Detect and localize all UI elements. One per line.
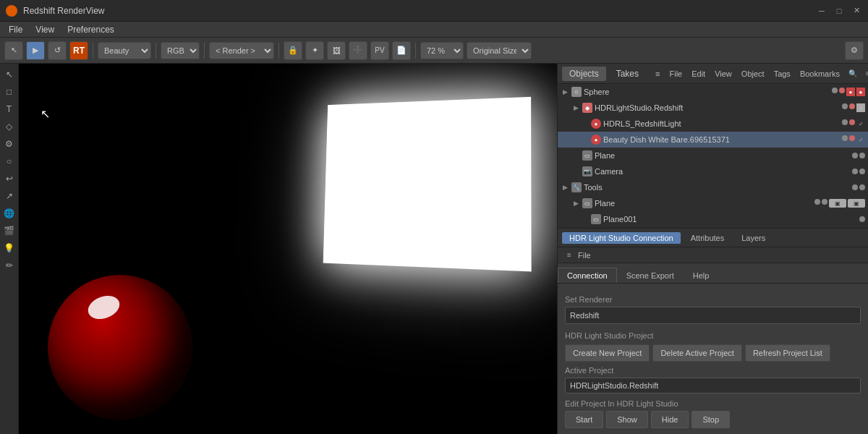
sidebar-icon-circle[interactable]: ○ [1, 153, 17, 169]
object-tree[interactable]: ▶ ○ Sphere ● ● ▶ ◆ HDRLightStudio.Redshi… [558, 84, 868, 229]
sidebar-icon-light[interactable]: 💡 [1, 240, 17, 256]
hdr-panel: HDR Light Studio Connection Attributes L… [558, 229, 868, 434]
project-btn-row: Create New Project Delete Active Project… [565, 344, 861, 362]
maximize-button[interactable]: □ [833, 5, 845, 17]
menu-view[interactable]: View [30, 23, 60, 36]
obj-menu-file[interactable]: File [665, 68, 686, 80]
arrow-plane001 [580, 215, 589, 224]
sidebar-icon-cursor[interactable]: ↖ [1, 67, 17, 82]
tab-layers[interactable]: Layers [734, 232, 773, 244]
tool-lock[interactable]: 🔒 [284, 41, 302, 60]
obj-menu-toggle[interactable]: ≡ [652, 68, 663, 80]
project-section-label: HDR Light Studio Project [565, 331, 861, 340]
icon-plane2: ▭ [582, 198, 592, 208]
tree-row-plane2[interactable]: ▶ ▭ Plane ▣ ▣ [558, 195, 868, 211]
tool-add[interactable]: ➕ [349, 41, 367, 60]
render-select[interactable]: < Render > [209, 42, 274, 59]
minimize-button[interactable]: ─ [816, 5, 827, 17]
sidebar-icon-bezier[interactable]: ◇ [1, 119, 17, 135]
sidebar-icon-camera[interactable]: 🎬 [1, 223, 17, 239]
obj-filter-icon[interactable]: ≡ [861, 67, 868, 80]
sidebar-icon-undo[interactable]: ↩ [1, 171, 17, 187]
main-content: ↖ □ T ◇ ⚙ ○ ↩ ↗ 🌐 🎬 💡 ✏ ↖ [0, 64, 868, 434]
show-button[interactable]: Show [606, 411, 648, 428]
tree-row-camera[interactable]: 📷 Camera [558, 163, 868, 179]
sep5 [415, 43, 416, 59]
icon-rslight: ● [591, 119, 601, 129]
tree-row-hdrlightstudio[interactable]: ▶ ◆ HDRLightStudio.Redshift ✓ [558, 100, 868, 116]
beauty-dot2 [849, 135, 855, 141]
tool-cursor[interactable]: ↖ [4, 41, 23, 60]
sidebar-icon-gear[interactable]: ⚙ [1, 136, 17, 152]
obj-menu-view[interactable]: View [711, 68, 736, 80]
rslight-actions: ✓ [842, 119, 865, 128]
tab-hdr-connection[interactable]: HDR Light Studio Connection [562, 232, 681, 244]
hide-button[interactable]: Hide [651, 411, 689, 428]
obj-menu-bookmarks[interactable]: Bookmarks [796, 68, 843, 80]
softbox-panel [323, 97, 532, 272]
arrow-plane2: ▶ [571, 199, 580, 208]
channel-select[interactable]: RGBRGB [161, 42, 200, 59]
objects-topbar: Objects Takes ≡ File Edit View Object Ta… [558, 64, 868, 84]
beauty-actions: ✓ [842, 135, 865, 144]
start-button[interactable]: Start [565, 411, 603, 428]
tab-connection[interactable]: Connection [558, 268, 617, 283]
sidebar-icon-arrows[interactable]: ↗ [1, 188, 17, 204]
tree-row-plane[interactable]: ▭ Plane [558, 148, 868, 163]
sidebar-icon-cube[interactable]: □ [1, 84, 17, 100]
tree-row-sphere[interactable]: ▶ ○ Sphere ● ● [558, 84, 868, 100]
right-panel: Objects Takes ≡ File Edit View Object Ta… [557, 64, 868, 434]
obj-search-icon[interactable]: 🔍 [846, 67, 859, 80]
menubar: File View Preferences [0, 22, 868, 38]
attr-tabs-bar: HDR Light Studio Connection Attributes L… [558, 229, 868, 247]
tool-pv[interactable]: PV [370, 41, 389, 60]
label-rslight: HDRLS_RedshiftLight [603, 119, 840, 128]
tool-star[interactable]: ✦ [305, 41, 324, 60]
tool-rt[interactable]: RT [69, 41, 88, 60]
menu-file[interactable]: File [3, 23, 28, 36]
hdr-file-label[interactable]: File [578, 251, 591, 260]
sidebar-icon-globe[interactable]: 🌐 [1, 205, 17, 221]
tree-row-hdrlslight[interactable]: ● HDRLS_RedshiftLight ✓ [558, 116, 868, 132]
tab-objects[interactable]: Objects [562, 67, 606, 81]
tool-settings[interactable]: ⚙ [845, 41, 864, 60]
renderer-input[interactable] [565, 307, 861, 324]
menu-preferences[interactable]: Preferences [61, 23, 120, 36]
tool-render[interactable]: ▶ [26, 41, 45, 60]
active-project-label: Active Project [565, 366, 861, 375]
sidebar-icon-text[interactable]: T [1, 101, 17, 117]
sidebar-icon-paint[interactable]: ✏ [1, 258, 17, 273]
rslight-dot1 [842, 119, 848, 125]
obj-menu-object[interactable]: Object [738, 68, 768, 80]
tab-scene-export[interactable]: Scene Export [617, 268, 684, 283]
tool-image[interactable]: 🖼 [327, 41, 346, 60]
plane2-dot2 [822, 199, 827, 205]
zoom-select[interactable]: 72 %50 %100 % [420, 42, 464, 59]
delete-active-project-button[interactable]: Delete Active Project [652, 344, 742, 362]
close-button[interactable]: ✕ [851, 5, 862, 17]
tree-row-plane001[interactable]: ▭ Plane001 [558, 211, 868, 227]
viewport[interactable]: ↖ [19, 64, 557, 434]
tool-doc[interactable]: 📄 [392, 41, 411, 60]
sphere-tag2: ● [856, 88, 865, 96]
arrow-beauty [580, 135, 589, 144]
create-new-project-button[interactable]: Create New Project [565, 344, 650, 362]
refresh-project-button[interactable]: Refresh Project List [745, 344, 830, 362]
stop-button[interactable]: Stop [692, 411, 730, 428]
tool-refresh[interactable]: ↺ [48, 41, 67, 60]
tree-row-tools[interactable]: ▶ 🔧 Tools [558, 179, 868, 195]
obj-menu-edit[interactable]: Edit [688, 68, 709, 80]
tab-takes[interactable]: Takes [609, 67, 646, 81]
obj-menu-tags[interactable]: Tags [770, 68, 794, 80]
size-select[interactable]: Original Size [467, 42, 532, 59]
tab-attributes[interactable]: Attributes [684, 232, 731, 244]
tab-help[interactable]: Help [684, 268, 719, 283]
label-hdr: HDRLightStudio.Redshift [595, 103, 840, 112]
active-project-value: HDRLightStudio.Redshift [565, 378, 861, 393]
arrow-camera [571, 167, 580, 176]
beauty-select[interactable]: BeautyDiffuseSpecular [98, 42, 151, 59]
hdr-menu-icon[interactable]: ≡ [563, 250, 575, 261]
tree-row-beautydish[interactable]: ● Beauty Dish White Bare.696515371 ✓ [558, 132, 868, 148]
hdr-chk: ✓ [856, 103, 865, 112]
edit-btn-row: Start Show Hide Stop [565, 411, 861, 428]
